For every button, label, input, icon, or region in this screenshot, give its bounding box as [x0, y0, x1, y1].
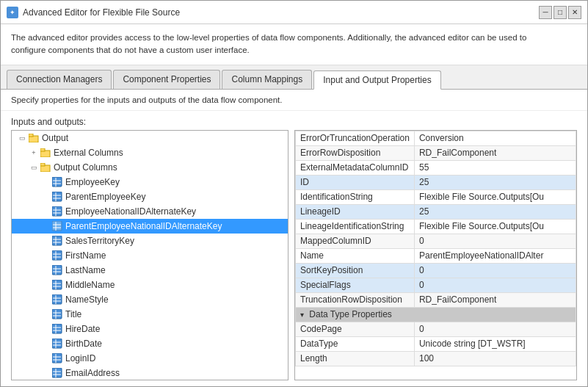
tree-item-parent-employee-national-id[interactable]: ParentEmployeeNationalIDAlternateKey [12, 219, 288, 234]
icon-last-name [51, 265, 63, 275]
tree-item-employee-key[interactable]: EmployeeKey [12, 175, 288, 189]
tree-label-output-columns: Output Columns [54, 162, 117, 173]
svg-rect-3 [40, 148, 45, 151]
tree-label-hire-date: HireDate [65, 324, 100, 334]
tree-item-email-address[interactable]: EmailAddress [12, 366, 288, 380]
prop-name-error-truncation: ErrorOrTruncationOperation [296, 131, 415, 145]
tab-input-output-properties[interactable]: Input and Output Properties [313, 70, 440, 90]
tree-panel[interactable]: ▭ Output + External Columns [11, 130, 288, 381]
prop-name-error-row-disposition: ErrorRowDisposition [296, 145, 415, 160]
tree-label-external-columns: External Columns [54, 148, 123, 158]
tree-item-employee-national-id[interactable]: EmployeeNationalIDAlternateKey [12, 204, 288, 219]
section-header-data-type[interactable]: ▾ Data Type Properties [296, 307, 576, 322]
icon-login-id [51, 353, 63, 364]
toggle-output[interactable]: ▭ [18, 134, 26, 142]
svg-rect-10 [52, 192, 62, 201]
prop-value-data-type: Unicode string [DT_WSTR] [414, 336, 576, 351]
svg-rect-18 [52, 221, 62, 231]
prop-row-lineage-id[interactable]: LineageID 25 [296, 204, 576, 219]
title-bar-left: ✦ Advanced Editor for Flexible File Sour… [7, 7, 180, 18]
tree-label-name-style: NameStyle [65, 294, 109, 305]
icon-hire-date [51, 324, 63, 334]
tree-item-name-style[interactable]: NameStyle [12, 292, 288, 307]
svg-rect-30 [52, 265, 62, 275]
tree-item-birth-date[interactable]: BirthDate [12, 336, 288, 351]
svg-rect-46 [52, 324, 62, 333]
tree-item-external-columns[interactable]: + External Columns [12, 145, 288, 160]
icon-output-columns [40, 162, 51, 173]
tab-connection-managers[interactable]: Connection Managers [7, 70, 112, 89]
svg-rect-42 [52, 309, 62, 319]
tree-item-hire-date[interactable]: HireDate [12, 322, 288, 336]
prop-row-truncation-row-disposition[interactable]: TruncationRowDisposition RD_FailComponen… [296, 292, 576, 307]
prop-row-sort-key-position[interactable]: SortKeyPosition 0 [296, 263, 576, 278]
tree-item-middle-name[interactable]: MiddleName [12, 278, 288, 292]
prop-value-special-flags: 0 [414, 278, 576, 292]
section-title-data-type: Data Type Properties [309, 309, 392, 319]
description-line2: configure components that do not have a … [11, 46, 250, 54]
prop-row-length[interactable]: Length 100 [296, 351, 576, 366]
content-description: Specify properties for the inputs and ou… [1, 90, 587, 111]
icon-sales-territory-key [51, 236, 63, 246]
icon-birth-date [51, 339, 63, 349]
properties-table: ErrorOrTruncationOperation Conversion Er… [295, 131, 576, 366]
prop-row-special-flags[interactable]: SpecialFlags 0 [296, 278, 576, 292]
svg-rect-58 [52, 368, 62, 377]
prop-row-name[interactable]: Name ParentEmployeeNationalIDAlter [296, 248, 576, 263]
svg-rect-14 [52, 206, 62, 216]
prop-row-data-type[interactable]: DataType Unicode string [DT_WSTR] [296, 336, 576, 351]
prop-name-data-type: DataType [296, 336, 415, 351]
prop-row-error-row-disposition[interactable]: ErrorRowDisposition RD_FailComponent [296, 145, 576, 160]
icon-email-address [51, 368, 63, 378]
tree-item-login-id[interactable]: LoginID [12, 351, 288, 366]
tree-label-employee-key: EmployeeKey [65, 177, 120, 187]
tree-item-output[interactable]: ▭ Output [12, 131, 288, 145]
prop-value-length: 100 [414, 351, 576, 366]
tree-label-employee-national-id: EmployeeNationalIDAlternateKey [65, 206, 196, 217]
tree-item-title[interactable]: Title [12, 307, 288, 322]
prop-row-code-page[interactable]: CodePage 0 [296, 322, 576, 336]
prop-value-error-truncation: Conversion [414, 131, 576, 145]
prop-name-special-flags: SpecialFlags [296, 278, 415, 292]
toggle-external-columns[interactable]: + [29, 148, 38, 157]
tab-column-mappings[interactable]: Column Mappings [222, 70, 312, 89]
prop-name-name: Name [296, 248, 415, 263]
prop-name-lineage-identification-string: LineageIdentificationString [296, 219, 415, 234]
close-button[interactable]: ✕ [568, 6, 581, 19]
prop-row-id[interactable]: ID 25 [296, 175, 576, 189]
tree-item-parent-employee-key[interactable]: ParentEmployeeKey [12, 189, 288, 204]
prop-value-id: 25 [414, 175, 576, 189]
maximize-button[interactable]: □ [553, 6, 567, 19]
icon-parent-employee-key [51, 192, 63, 202]
properties-panel: ErrorOrTruncationOperation Conversion Er… [294, 130, 577, 381]
prop-name-code-page: CodePage [296, 322, 415, 336]
prop-name-id: ID [296, 175, 415, 189]
prop-row-error-truncation[interactable]: ErrorOrTruncationOperation Conversion [296, 131, 576, 145]
minimize-button[interactable]: ─ [539, 6, 552, 19]
section-label-data-type: ▾ Data Type Properties [296, 307, 576, 322]
prop-row-identification-string[interactable]: IdentificationString Flexible File Sourc… [296, 189, 576, 204]
expand-icon-data-type: ▾ [300, 311, 304, 319]
prop-name-truncation-row-disposition: TruncationRowDisposition [296, 292, 415, 307]
tree-item-sales-territory-key[interactable]: SalesTerritoryKey [12, 234, 288, 248]
tree-item-output-columns[interactable]: ▭ Output Columns [12, 160, 288, 175]
icon-employee-national-id [51, 206, 63, 217]
icon-middle-name [51, 280, 63, 290]
svg-rect-1 [29, 134, 33, 137]
tab-component-properties[interactable]: Component Properties [113, 70, 220, 89]
prop-name-mapped-column-id: MappedColumnID [296, 234, 415, 248]
prop-row-lineage-identification-string[interactable]: LineageIdentificationString Flexible Fil… [296, 219, 576, 234]
tree-item-first-name[interactable]: FirstName [12, 248, 288, 263]
tree-label-birth-date: BirthDate [65, 339, 102, 349]
title-bar: ✦ Advanced Editor for Flexible File Sour… [1, 1, 587, 24]
prop-value-lineage-identification-string: Flexible File Source.Outputs[Ou [414, 219, 576, 234]
prop-value-lineage-id: 25 [414, 204, 576, 219]
prop-row-mapped-column-id[interactable]: MappedColumnID 0 [296, 234, 576, 248]
prop-row-external-metadata-col-id[interactable]: ExternalMetadataColumnID 55 [296, 160, 576, 175]
prop-value-sort-key-position: 0 [414, 263, 576, 278]
description-area: The advanced editor provides access to t… [1, 24, 587, 65]
tree-label-middle-name: MiddleName [65, 280, 115, 290]
icon-employee-key [51, 177, 63, 187]
tree-item-last-name[interactable]: LastName [12, 263, 288, 278]
toggle-output-columns[interactable]: ▭ [29, 163, 38, 172]
